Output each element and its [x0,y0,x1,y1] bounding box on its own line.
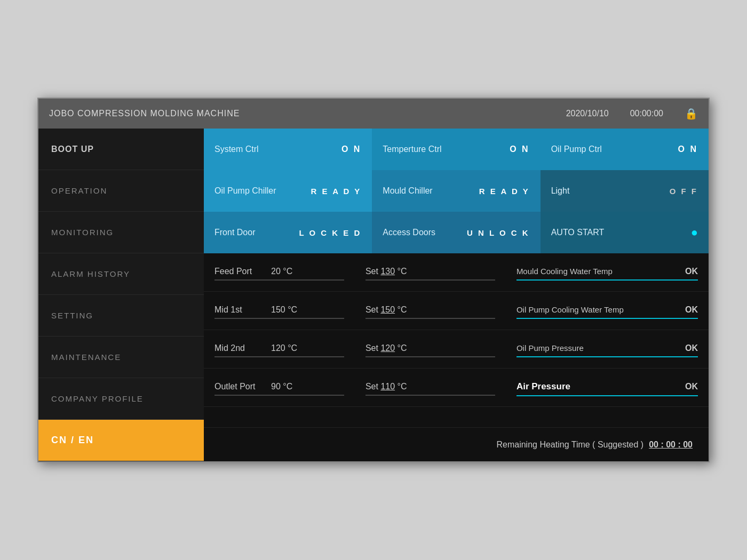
front-door-value: L O C K E D [299,228,361,237]
sidebar-label-alarm-history: ALARM HISTORY [51,269,130,278]
sidebar-label-operation: OPERATION [51,186,107,195]
access-doors-value: U N L O C K [467,228,530,237]
oil-pump-chiller-label: Oil Pump Chiller [214,186,276,196]
light-label: Light [551,186,570,196]
light-cell: Light O F F [541,170,709,212]
temp-val-2: 120 °C [271,343,297,353]
temp-val-1: 150 °C [271,305,297,315]
sidebar-item-setting[interactable]: SETTING [38,295,204,337]
status-ok-1: OK [685,305,698,315]
mould-chiller-cell: Mould Chiller R E A D Y [372,170,540,212]
mould-chiller-value: R E A D Y [479,187,530,196]
status-label-1: Oil Pump Cooling Water Temp [516,305,624,314]
temp-actual-col-0: Feed Port 20 °C [204,253,355,291]
temp-actual-col-3: Outlet Port 90 °C [204,369,355,406]
status-col-0: Mould Cooling Water Temp OK [506,253,709,291]
temp-ctrl-label: Temperture Ctrl [383,145,441,154]
temp-row-3: Outlet Port 90 °C Set 110 °C Air Pre [204,369,709,407]
temp-name-2: Mid 2nd [214,343,263,353]
sidebar-item-lang[interactable]: CN / EN [38,420,204,461]
light-value: O F F [670,187,698,196]
temp-ctrl-value: O N [510,145,529,154]
temp-actual-col-2: Mid 2nd 120 °C [204,330,355,368]
sidebar-label-setting: SETTING [51,311,93,320]
oil-pump-ctrl-value: O N [678,145,698,154]
status-ok-3: OK [685,382,698,391]
access-doors-cell: Access Doors U N L O C K [372,212,540,253]
oil-pump-chiller-value: R E A D Y [311,187,362,196]
sidebar-item-maintenance[interactable]: MAINTENANCE [38,337,204,378]
header-time: 00:00:00 [630,109,663,118]
temp-set-0: Set 130 °C [365,267,407,276]
auto-start-cell: AUTO START ● [541,212,709,253]
status-ok-0: OK [685,267,698,276]
oil-pump-ctrl-label: Oil Pump Ctrl [551,145,602,154]
footer-text: Remaining Heating Time ( Suggested ) [496,440,643,450]
status-col-3: Air Pressure OK [506,369,709,406]
footer: Remaining Heating Time ( Suggested ) 00 … [204,427,709,461]
status-label-3: Air Pressure [516,381,570,392]
temp-name-0: Feed Port [214,267,263,276]
temp-set-2: Set 120 °C [365,343,407,353]
system-ctrl-value: O N [341,145,361,154]
temp-actual-col-1: Mid 1st 150 °C [204,292,355,330]
oil-pump-ctrl-cell: Oil Pump Ctrl O N [541,129,709,170]
system-ctrl-cell: System Ctrl O N [204,129,372,170]
temp-set-3: Set 110 °C [365,382,407,391]
sidebar-label-boot-up: BOOT UP [51,145,94,154]
temp-set-col-0[interactable]: Set 130 °C [355,253,506,291]
status-col-1: Oil Pump Cooling Water Temp OK [506,292,709,330]
sidebar-label-lang: CN / EN [51,435,94,446]
sidebar-label-company-profile: COMPANY PROFILE [51,394,144,403]
temp-val-3: 90 °C [271,382,292,391]
status-col-2: Oil Pump Pressure OK [506,330,709,368]
temp-row-1: Mid 1st 150 °C Set 150 °C Oil Pump C [204,292,709,330]
sidebar-item-alarm-history[interactable]: ALARM HISTORY [38,253,204,295]
header-date: 2020/10/10 [566,109,609,118]
machine-title: JOBO COMPRESSION MOLDING MACHINE [49,109,566,118]
sidebar-label-maintenance: MAINTENANCE [51,353,121,362]
temp-set-col-3[interactable]: Set 110 °C [355,369,506,406]
sidebar-label-monitoring: MONITORING [51,228,114,237]
temp-name-3: Outlet Port [214,382,263,391]
front-door-label: Front Door [214,228,255,237]
sidebar-item-company-profile[interactable]: COMPANY PROFILE [38,378,204,420]
sidebar-item-boot-up[interactable]: BOOT UP [38,129,204,170]
temp-row-0: Feed Port 20 °C Set 130 °C Mould Coo [204,253,709,292]
temp-val-0: 20 °C [271,267,292,276]
lock-icon: 🔒 [685,107,698,120]
temp-name-1: Mid 1st [214,305,263,315]
status-label-0: Mould Cooling Water Temp [516,267,613,276]
temp-set-col-2[interactable]: Set 120 °C [355,330,506,368]
temp-row-2: Mid 2nd 120 °C Set 120 °C Oil Pump P [204,330,709,369]
system-ctrl-label: System Ctrl [214,145,259,154]
status-label-2: Oil Pump Pressure [516,343,584,353]
temp-set-1: Set 150 °C [365,305,407,315]
temp-ctrl-cell: Temperture Ctrl O N [372,129,540,170]
access-doors-label: Access Doors [383,228,435,237]
auto-start-label: AUTO START [551,228,605,237]
sidebar-item-monitoring[interactable]: MONITORING [38,212,204,253]
auto-start-dot: ● [691,226,698,239]
status-ok-2: OK [685,343,698,353]
front-door-cell: Front Door L O C K E D [204,212,372,253]
sidebar-item-operation[interactable]: OPERATION [38,170,204,212]
mould-chiller-label: Mould Chiller [383,186,432,196]
oil-pump-chiller-cell: Oil Pump Chiller R E A D Y [204,170,372,212]
temp-set-col-1[interactable]: Set 150 °C [355,292,506,330]
footer-time: 00 : 00 : 00 [649,440,693,450]
